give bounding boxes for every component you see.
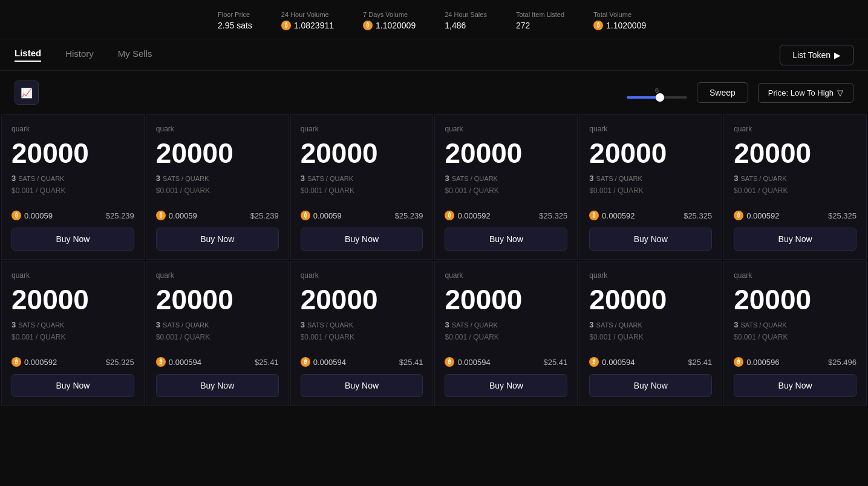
card-amount: 20000	[589, 284, 712, 315]
card-btc-value: 0.000592	[746, 211, 779, 220]
card-price-btc: ₿ 0.000594	[301, 357, 346, 367]
card-amount: 20000	[11, 138, 134, 169]
card-btc-value: 0.000594	[313, 358, 346, 367]
card-sats-row: 3 SATS / QUARK	[156, 174, 279, 183]
card-price-btc: ₿ 0.000592	[589, 211, 635, 220]
buy-now-button[interactable]: Buy Now	[156, 374, 279, 397]
card-sats-unit: SATS / QUARK	[740, 321, 786, 329]
chart-icon: 📈	[21, 87, 33, 99]
stat-total-listed: Total Item Listed 272	[516, 11, 564, 30]
card-price-row: ₿ 0.00059 $25.239	[11, 207, 134, 220]
card-price-row: ₿ 0.000592 $25.325	[11, 353, 134, 367]
card-price-row: ₿ 0.000594 $25.41	[589, 353, 712, 367]
card-sats-unit: SATS / QUARK	[596, 321, 642, 329]
tab-history[interactable]: History	[65, 48, 94, 61]
stats-bar: Floor Price 2.95 sats 24 Hour Volume ₿ 1…	[0, 0, 868, 39]
card-price-btc: ₿ 0.000594	[445, 357, 490, 367]
grid-size-slider[interactable]	[627, 96, 687, 99]
buy-now-button[interactable]: Buy Now	[301, 228, 423, 251]
card-sats-row: 3 SATS / QUARK	[589, 320, 712, 329]
token-card: quark 20000 3 SATS / QUARK $0.001 / QUAR…	[290, 114, 434, 260]
btc-icon: ₿	[156, 357, 166, 367]
buy-now-button[interactable]: Buy Now	[734, 228, 857, 251]
tab-my-sells[interactable]: My Sells	[118, 48, 152, 61]
card-usd-per: $0.001 / QUARK	[445, 186, 567, 195]
card-price-btc: ₿ 0.000592	[11, 357, 57, 367]
btc-icon: ₿	[11, 211, 21, 220]
card-price-btc: ₿ 0.00059	[11, 211, 53, 220]
buy-now-button[interactable]: Buy Now	[156, 228, 279, 251]
btc-icon: ₿	[156, 211, 166, 220]
list-token-button[interactable]: List Token ▶	[780, 45, 853, 65]
card-sats-num: 3	[589, 320, 593, 329]
card-btc-value: 0.000594	[457, 358, 490, 367]
total-listed-label: Total Item Listed	[516, 11, 564, 18]
card-token-name: quark	[156, 271, 279, 280]
token-card: quark 20000 3 SATS / QUARK $0.001 / QUAR…	[723, 261, 867, 406]
stat-24h-sales: 24 Hour Sales 1,486	[445, 11, 487, 30]
card-usd-per: $0.001 / QUARK	[156, 186, 279, 195]
chevron-down-icon: ▽	[837, 88, 843, 97]
card-btc-value: 0.000594	[169, 358, 201, 367]
token-card: quark 20000 3 SATS / QUARK $0.001 / QUAR…	[1, 261, 145, 406]
card-token-name: quark	[301, 125, 423, 133]
token-card: quark 20000 3 SATS / QUARK $0.001 / QUAR…	[146, 114, 289, 260]
grid-size-slider-container: 6	[627, 87, 687, 99]
btc-icon-3: ₿	[593, 21, 603, 30]
card-price-usd: $25.41	[255, 358, 279, 367]
tab-listed[interactable]: Listed	[15, 48, 41, 62]
24h-volume-label: 24 Hour Volume	[281, 11, 334, 18]
card-amount: 20000	[445, 284, 567, 315]
token-card: quark 20000 3 SATS / QUARK $0.001 / QUAR…	[146, 261, 289, 406]
stat-7d-volume: 7 Days Volume ₿ 1.1020009	[363, 11, 416, 30]
card-amount: 20000	[301, 284, 423, 315]
card-sats-num: 3	[11, 320, 16, 329]
card-sats-num: 3	[734, 320, 738, 329]
card-price-row: ₿ 0.000592 $25.325	[445, 207, 567, 220]
card-token-name: quark	[734, 271, 857, 280]
card-token-name: quark	[11, 271, 134, 280]
buy-now-button[interactable]: Buy Now	[11, 228, 134, 251]
card-sats-unit: SATS / QUARK	[307, 321, 353, 329]
card-usd-per: $0.001 / QUARK	[445, 333, 567, 341]
chart-button[interactable]: 📈	[15, 80, 39, 105]
btc-icon: ₿	[445, 211, 454, 220]
card-sats-row: 3 SATS / QUARK	[589, 174, 712, 183]
card-price-usd: $25.239	[106, 211, 134, 220]
btc-icon: ₿	[589, 357, 599, 367]
card-price-row: ₿ 0.000592 $25.325	[589, 207, 712, 220]
card-price-btc: ₿ 0.00059	[301, 211, 342, 220]
card-sats-unit: SATS / QUARK	[452, 321, 498, 329]
toolbar-right: 6 Sweep Price: Low To High ▽	[627, 82, 853, 103]
btc-icon: ₿	[11, 357, 21, 367]
buy-now-button[interactable]: Buy Now	[445, 228, 567, 251]
card-btc-value: 0.00059	[24, 211, 53, 220]
card-price-row: ₿ 0.000594 $25.41	[445, 353, 567, 367]
card-price-btc: ₿ 0.000596	[734, 357, 779, 367]
card-sats-row: 3 SATS / QUARK	[301, 174, 423, 183]
buy-now-button[interactable]: Buy Now	[734, 374, 857, 397]
card-sats-num: 3	[589, 174, 593, 183]
card-grid-row1: quark 20000 3 SATS / QUARK $0.001 / QUAR…	[0, 114, 868, 260]
tab-nav: Listed History My Sells List Token ▶	[0, 39, 868, 71]
stat-total-volume: Total Volume ₿ 1.1020009	[593, 11, 646, 30]
card-sats-unit: SATS / QUARK	[740, 175, 786, 182]
card-sats-row: 3 SATS / QUARK	[734, 174, 857, 183]
card-price-btc: ₿ 0.00059	[156, 211, 197, 220]
buy-now-button[interactable]: Buy Now	[301, 374, 423, 397]
card-sats-row: 3 SATS / QUARK	[11, 174, 134, 183]
token-card: quark 20000 3 SATS / QUARK $0.001 / QUAR…	[290, 261, 434, 406]
buy-now-button[interactable]: Buy Now	[589, 374, 712, 397]
card-sats-num: 3	[156, 320, 160, 329]
sort-button[interactable]: Price: Low To High ▽	[758, 83, 853, 103]
buy-now-button[interactable]: Buy Now	[445, 374, 567, 397]
token-card: quark 20000 3 SATS / QUARK $0.001 / QUAR…	[434, 114, 578, 260]
buy-now-button[interactable]: Buy Now	[11, 374, 134, 397]
card-price-usd: $25.325	[684, 211, 712, 220]
buy-now-button[interactable]: Buy Now	[589, 228, 712, 251]
card-usd-per: $0.001 / QUARK	[589, 186, 712, 195]
sweep-button[interactable]: Sweep	[697, 82, 748, 103]
card-sats-num: 3	[445, 320, 449, 329]
floor-price-value: 2.95 sats	[218, 21, 252, 30]
toolbar: 📈 6 Sweep Price: Low To High ▽	[0, 71, 868, 114]
